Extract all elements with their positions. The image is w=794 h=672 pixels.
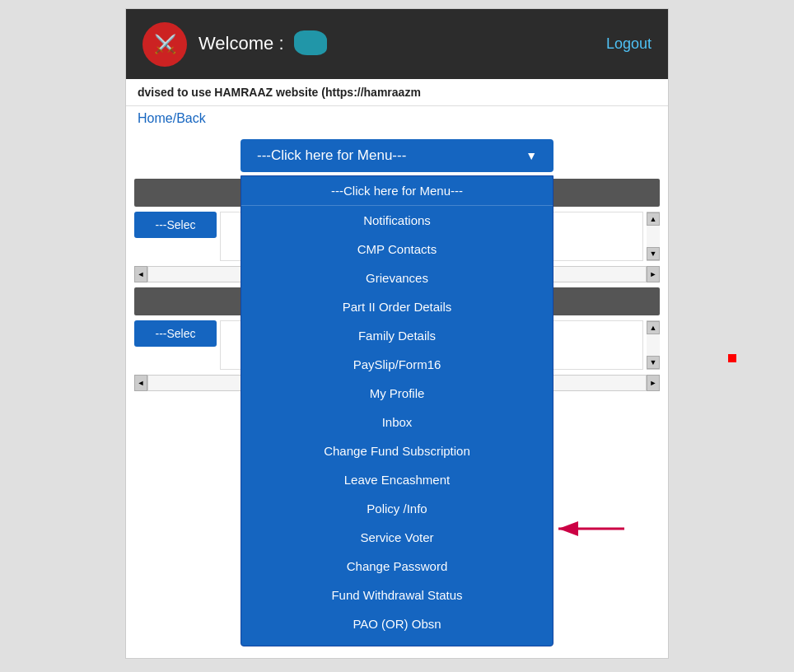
chevron-down-icon: ▼: [525, 149, 537, 162]
menu-item-label-6: PaySlip/Form16: [353, 357, 441, 371]
menu-item-policy-info[interactable]: Policy /Info: [241, 494, 553, 523]
user-avatar-icon: [294, 30, 327, 55]
menu-item-label-5: Family Details: [358, 329, 436, 343]
menu-item-payslip[interactable]: PaySlip/Form16: [241, 350, 553, 379]
welcome-label: Welcome :: [198, 32, 284, 53]
menu-item-label-7: My Profile: [370, 386, 425, 400]
vertical-scrollbar-1: ▲ ▼: [647, 212, 660, 261]
menu-item-label-10: Leave Encashment: [344, 473, 450, 487]
menu-item-family-details[interactable]: Family Details: [241, 321, 553, 350]
menu-item-agi-docs[interactable]: AGI Documents: [241, 638, 553, 646]
menu-item-pao-obsn[interactable]: PAO (OR) Obsn: [241, 609, 553, 638]
menu-dropdown-list: ---Click here for Menu--- Notifications …: [241, 176, 553, 646]
menu-item-label-11: Policy /Info: [367, 502, 427, 516]
menu-item-cmp-contacts[interactable]: CMP Contacts: [241, 235, 553, 264]
menu-row: ---Click here for Menu--- ▼ ---Click her…: [134, 139, 660, 172]
menu-item-label-12: Service Voter: [360, 530, 433, 544]
menu-item-leave-encashment[interactable]: Leave Encashment: [241, 465, 553, 494]
welcome-text: Welcome :: [198, 32, 327, 57]
scroll-down-arrow-1[interactable]: ▼: [647, 247, 660, 260]
menu-item-label-1: Notifications: [363, 213, 431, 227]
menu-item-notifications[interactable]: Notifications: [241, 206, 553, 235]
menu-item-label-0: ---Click here for Menu---: [331, 184, 463, 198]
home-back-row: Home/Back: [126, 106, 668, 131]
menu-item-label-9: Change Fund Subscription: [324, 444, 470, 458]
menu-placeholder-label: ---Click here for Menu---: [257, 147, 406, 164]
main-container: ⚔️ Welcome : Logout dvised to use HAMRAA…: [125, 8, 669, 659]
menu-item-part2-order[interactable]: Part II Order Details: [241, 292, 553, 321]
menu-item-change-password[interactable]: Change Password: [241, 552, 553, 581]
menu-item-my-profile[interactable]: My Profile: [241, 379, 553, 408]
red-dot-indicator: [728, 354, 736, 362]
menu-item-label-15: PAO (OR) Obsn: [353, 617, 441, 631]
vertical-scrollbar-2: ▲ ▼: [647, 320, 660, 370]
menu-item-label-4: Part II Order Details: [343, 300, 452, 314]
logo: ⚔️: [142, 22, 187, 67]
advisory-text: dvised to use HAMRAAZ website (https://h…: [138, 86, 421, 99]
logout-button[interactable]: Logout: [606, 35, 652, 53]
advisory-bar: dvised to use HAMRAAZ website (https://h…: [126, 79, 668, 106]
home-back-link[interactable]: Home/Back: [138, 111, 206, 125]
menu-dropdown-button[interactable]: ---Click here for Menu--- ▼: [241, 139, 553, 172]
header: ⚔️ Welcome : Logout: [126, 9, 668, 79]
scroll-up-arrow-1[interactable]: ▲: [647, 212, 660, 226]
menu-item-label-2: CMP Contacts: [357, 242, 437, 256]
menu-item-label-13: Change Password: [347, 559, 448, 573]
scroll-right-arrow-1[interactable]: ►: [647, 266, 660, 282]
menu-item-inbox[interactable]: Inbox: [241, 408, 553, 436]
menu-dropdown: ---Click here for Menu--- Notifications …: [241, 175, 553, 646]
menu-item-label-8: Inbox: [382, 415, 413, 429]
scroll-left-arrow-1[interactable]: ◄: [134, 266, 147, 282]
red-arrow-indicator: [554, 516, 628, 544]
main-content: ---Click here for Menu--- ▼ ---Click her…: [126, 131, 668, 403]
menu-item-label-14: Fund Withdrawal Status: [331, 588, 462, 602]
select-button-1[interactable]: ---Selec: [134, 212, 217, 238]
menu-item-service-voter[interactable]: Service Voter: [241, 523, 553, 552]
scroll-down-arrow-2[interactable]: ▼: [647, 356, 660, 369]
scroll-right-arrow-2[interactable]: ►: [647, 375, 660, 391]
menu-item-change-fund[interactable]: Change Fund Subscription: [241, 436, 553, 465]
menu-item-header[interactable]: ---Click here for Menu---: [241, 176, 553, 206]
menu-item-fund-withdrawal[interactable]: Fund Withdrawal Status: [241, 581, 553, 609]
scroll-track-2: [647, 334, 660, 356]
scroll-track-1: [647, 226, 660, 247]
menu-item-grievances[interactable]: Grievances: [241, 264, 553, 292]
header-left: ⚔️ Welcome :: [142, 22, 327, 67]
logo-emblem: ⚔️: [154, 34, 176, 55]
menu-item-label-3: Grievances: [366, 271, 428, 285]
select-button-2[interactable]: ---Selec: [134, 320, 217, 347]
scroll-left-arrow-2[interactable]: ◄: [134, 375, 147, 391]
scroll-up-arrow-2[interactable]: ▲: [647, 321, 660, 334]
